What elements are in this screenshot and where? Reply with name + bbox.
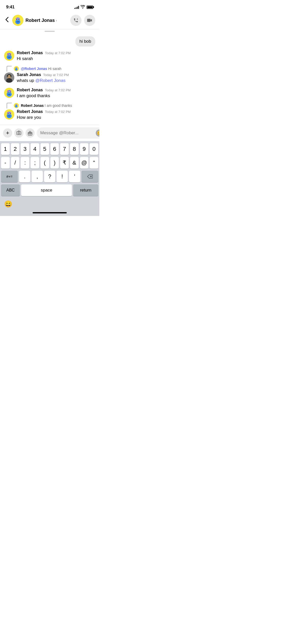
message-meta: Robert Jonas Today at 7:02 PM	[17, 88, 95, 92]
key-7[interactable]: 7	[60, 143, 69, 155]
key-abc[interactable]: ABC	[1, 184, 20, 196]
input-bar: + 😊	[0, 125, 99, 141]
reply-preview-1: @Robert Jonas Hi sarah	[4, 66, 95, 71]
key-slash[interactable]: /	[11, 157, 20, 169]
contact-name[interactable]: Robert Jonas ›	[25, 18, 68, 23]
keyboard-row-special: #+= . , ? ! '	[1, 171, 98, 182]
signal-icon	[74, 5, 79, 9]
key-exclaim[interactable]: !	[57, 171, 68, 182]
message-text: whats up @Robert Jonas	[17, 78, 95, 84]
emoji-key[interactable]: 😄	[3, 199, 13, 209]
chevron-icon: ›	[56, 18, 57, 22]
svg-rect-48	[8, 90, 8, 92]
key-close-paren[interactable]: )	[50, 157, 59, 169]
message-sent-1: hi bob	[4, 36, 95, 47]
photo-button[interactable]	[14, 128, 23, 138]
key-0[interactable]: 0	[90, 143, 98, 155]
reply-line-2	[7, 103, 12, 108]
key-colon[interactable]: :	[21, 157, 29, 169]
sender-name: Sarah Jonas	[17, 72, 41, 77]
message-content-4: Robert Jonas Today at 7:02 PM How are yo…	[17, 109, 95, 121]
back-button[interactable]	[4, 16, 10, 25]
emoji-icon: 😊	[97, 131, 99, 136]
message-time: Today at 7:02 PM	[43, 73, 69, 77]
svg-rect-49	[10, 90, 11, 92]
key-period[interactable]: .	[19, 171, 30, 182]
key-question[interactable]: ?	[44, 171, 55, 182]
reply-avatar-2	[14, 103, 19, 108]
avatar-sarah	[4, 72, 14, 83]
message-received-1: Robert Jonas Today at 7:02 PM Hi sarah	[4, 51, 95, 62]
header-actions	[70, 15, 95, 26]
status-bar: 9:41	[0, 0, 99, 13]
message-meta: Sarah Jonas Today at 7:02 PM	[17, 72, 95, 77]
battery-icon	[87, 6, 93, 9]
chat-area: hi bob Robert Jonas Today	[0, 32, 99, 125]
keyboard-row-bottom: ABC space return	[1, 184, 98, 196]
sender-name: Robert Jonas	[17, 88, 43, 92]
key-2[interactable]: 2	[11, 143, 20, 155]
key-semicolon[interactable]: ;	[31, 157, 39, 169]
key-at[interactable]: @	[80, 157, 89, 169]
message-input-wrap[interactable]: 😊	[37, 127, 99, 139]
key-space[interactable]: space	[21, 184, 72, 196]
key-comma[interactable]: ,	[32, 171, 43, 182]
message-time: Today at 7:02 PM	[45, 88, 71, 92]
message-content: Robert Jonas Today at 7:02 PM Hi sarah	[17, 51, 95, 62]
reply-text-2: Robert Jonas I am good thanks	[21, 104, 72, 108]
plus-icon: +	[6, 130, 9, 136]
drag-handle	[0, 29, 99, 32]
svg-rect-58	[17, 104, 17, 105]
svg-rect-57	[16, 104, 16, 105]
video-call-button[interactable]	[84, 15, 95, 26]
gift-button[interactable]	[25, 128, 35, 138]
message-received-3: Robert Jonas Today at 7:02 PM I am good …	[4, 88, 95, 99]
add-button[interactable]: +	[3, 128, 12, 138]
message-text: hi bob	[79, 39, 91, 44]
message-received-sarah: Sarah Jonas Today at 7:02 PM whats up @R…	[4, 72, 95, 84]
sender-name: Robert Jonas	[17, 51, 43, 55]
status-icons	[74, 5, 93, 9]
svg-rect-9	[16, 18, 17, 19]
key-5[interactable]: 5	[40, 143, 49, 155]
svg-rect-69	[10, 112, 11, 113]
key-rupee[interactable]: ₹	[60, 157, 69, 169]
message-received-4-group: Robert Jonas I am good thanks	[4, 103, 95, 121]
keyboard[interactable]: 1 2 3 4 5 6 7 8 9 0 - / : ; ( ) ₹ & @ " …	[0, 141, 99, 216]
svg-rect-31	[17, 67, 17, 68]
keyboard-row-symbols: - / : ; ( ) ₹ & @ "	[1, 157, 98, 169]
message-time: Today at 7:02 PM	[45, 51, 71, 55]
svg-rect-10	[19, 18, 19, 19]
reply-text: @Robert Jonas Hi sarah	[21, 67, 61, 71]
key-open-paren[interactable]: (	[40, 157, 49, 169]
key-ampersand[interactable]: &	[70, 157, 79, 169]
key-6[interactable]: 6	[50, 143, 59, 155]
message-text: I am good thanks	[17, 93, 95, 99]
emoji-inline-button[interactable]: 😊	[96, 129, 99, 137]
keyboard-row-numbers: 1 2 3 4 5 6 7 8 9 0	[1, 143, 98, 155]
key-1[interactable]: 1	[1, 143, 10, 155]
message-content-sarah: Sarah Jonas Today at 7:02 PM whats up @R…	[17, 72, 95, 84]
wifi-icon	[80, 5, 85, 9]
sender-name: Robert Jonas	[17, 109, 43, 114]
key-dash[interactable]: -	[1, 157, 10, 169]
message-bubble: hi bob	[75, 36, 95, 47]
key-return[interactable]: return	[73, 184, 98, 196]
backspace-key[interactable]	[82, 171, 98, 182]
key-4[interactable]: 4	[31, 143, 39, 155]
call-button[interactable]	[70, 15, 82, 26]
reply-avatar	[14, 66, 19, 71]
svg-rect-21	[8, 53, 8, 55]
key-3[interactable]: 3	[21, 143, 29, 155]
key-9[interactable]: 9	[80, 143, 89, 155]
message-meta: Robert Jonas Today at 7:02 PM	[17, 109, 95, 114]
svg-point-38	[10, 76, 10, 77]
key-8[interactable]: 8	[70, 143, 79, 155]
key-quote[interactable]: "	[90, 157, 98, 169]
nav-header: Robert Jonas ›	[0, 13, 99, 29]
svg-point-71	[18, 133, 20, 134]
key-apostrophe[interactable]: '	[69, 171, 80, 182]
message-input[interactable]	[40, 130, 94, 136]
avatar-robert-1	[4, 51, 14, 61]
key-hash-plus[interactable]: #+=	[1, 171, 18, 182]
